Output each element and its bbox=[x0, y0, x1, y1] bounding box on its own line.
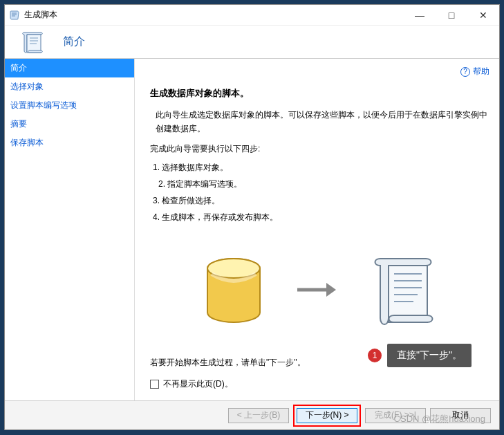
cancel-button[interactable]: 取消 bbox=[430, 408, 491, 423]
close-button[interactable]: ✕ bbox=[467, 5, 499, 26]
sidebar-item-label: 简介 bbox=[10, 63, 27, 73]
page-title: 简介 bbox=[63, 35, 85, 49]
sidebar-item-label: 选择对象 bbox=[10, 82, 44, 91]
sidebar-item-label: 保存脚本 bbox=[10, 138, 44, 147]
step-4: 4. 生成脚本，再保存或发布脚本。 bbox=[153, 209, 489, 225]
annotation-text: 直接"下一步"。 bbox=[397, 349, 462, 362]
app-icon bbox=[9, 10, 20, 21]
content-heading: 生成数据库对象的脚本。 bbox=[150, 87, 489, 100]
titlebar: 生成脚本 — □ ✕ bbox=[5, 5, 499, 26]
step-2: 2. 指定脚本编写选项。 bbox=[153, 176, 489, 192]
step-1: 1. 选择数据库对象。 bbox=[153, 159, 489, 176]
maximize-button[interactable]: □ bbox=[436, 5, 467, 26]
dont-show-label: 不再显示此页(D)。 bbox=[163, 378, 233, 390]
step-3: 3. 检查所做选择。 bbox=[153, 192, 489, 209]
annotation-number: 1 bbox=[368, 349, 382, 362]
body: 简介 选择对象 设置脚本编写选项 摘要 保存脚本 ? 帮助 生成数据库对象的脚本… bbox=[5, 59, 499, 400]
dont-show-row: 不再显示此页(D)。 bbox=[150, 378, 489, 390]
help-label: 帮助 bbox=[473, 66, 489, 77]
dont-show-checkbox[interactable] bbox=[150, 380, 159, 389]
back-button: < 上一步(B) bbox=[228, 408, 289, 423]
sidebar-item-label: 设置脚本编写选项 bbox=[10, 100, 77, 110]
finish-button: 完成(F) >>| bbox=[365, 408, 426, 423]
script-icon bbox=[365, 246, 441, 336]
database-icon bbox=[199, 253, 268, 329]
sidebar: 简介 选择对象 设置脚本编写选项 摘要 保存脚本 bbox=[5, 59, 135, 400]
sidebar-item-label: 摘要 bbox=[10, 119, 27, 129]
steps-intro: 完成此向导需要执行以下四步: bbox=[150, 143, 489, 155]
sidebar-item-save-script[interactable]: 保存脚本 bbox=[5, 133, 134, 152]
wizard-window: 生成脚本 — □ ✕ 简介 简介 选择对象 设置脚本编写选项 摘要 保存脚本 bbox=[4, 4, 500, 430]
annotation-bubble: 1 直接"下一步"。 bbox=[387, 344, 472, 367]
help-icon: ? bbox=[460, 67, 470, 77]
content-pane: ? 帮助 生成数据库对象的脚本。 此向导生成选定数据库对象的脚本。可以保存这些脚… bbox=[135, 59, 499, 400]
sidebar-item-script-options[interactable]: 设置脚本编写选项 bbox=[5, 96, 134, 115]
content-description: 此向导生成选定数据库对象的脚本。可以保存这些脚本，以便今后用于在数据库引擎实例中… bbox=[150, 108, 489, 136]
header-band: 简介 bbox=[5, 26, 499, 59]
sidebar-item-select-objects[interactable]: 选择对象 bbox=[5, 77, 134, 96]
window-title: 生成脚本 bbox=[24, 9, 57, 21]
next-button[interactable]: 下一步(N) > bbox=[297, 408, 357, 423]
minimize-button[interactable]: — bbox=[404, 5, 436, 26]
steps-list: 1. 选择数据库对象。 2. 指定脚本编写选项。 3. 检查所做选择。 4. 生… bbox=[150, 159, 489, 225]
footer: < 上一步(B) 下一步(N) > 完成(F) >>| 取消 bbox=[5, 400, 499, 429]
help-link[interactable]: ? 帮助 bbox=[460, 66, 489, 77]
next-button-highlight: 下一步(N) > bbox=[293, 405, 361, 427]
sidebar-item-summary[interactable]: 摘要 bbox=[5, 115, 134, 133]
arrow-icon bbox=[296, 279, 337, 303]
sidebar-item-intro[interactable]: 简介 bbox=[5, 59, 134, 77]
scroll-icon bbox=[16, 26, 49, 59]
illustration bbox=[150, 239, 489, 343]
